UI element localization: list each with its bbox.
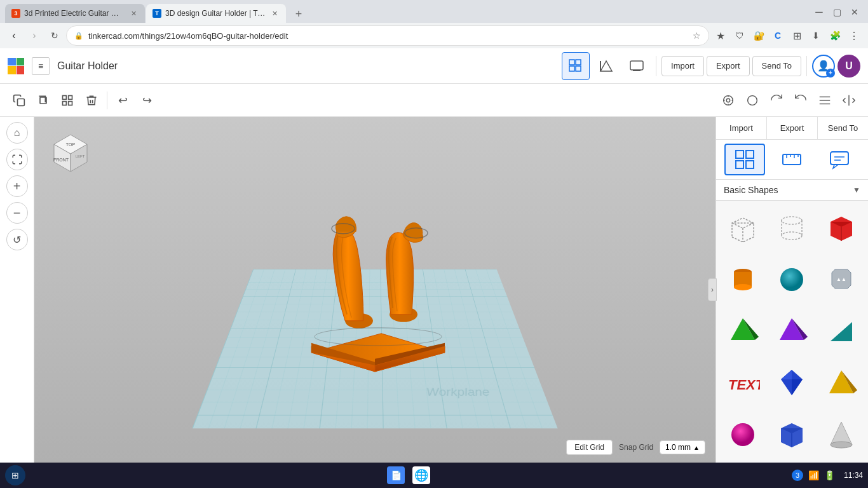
tab-2-close[interactable]: ✕ (269, 8, 280, 18)
shape-box-hole[interactable] (719, 204, 766, 251)
tab-1-close[interactable]: ✕ (128, 8, 139, 18)
svg-text:▲▲: ▲▲ (836, 276, 846, 282)
extensions-icon[interactable]: 🧩 (826, 27, 844, 44)
shape-gem-blue[interactable] (769, 359, 816, 406)
svg-text:FRONT: FRONT (53, 158, 69, 162)
snap-value-dropdown[interactable]: 1.0 mm ▲ (660, 440, 705, 454)
undo-button[interactable]: ↩ (111, 89, 134, 112)
wifi-indicator: 📶 (808, 470, 819, 480)
shape-box-red[interactable] (818, 204, 865, 251)
left-panel: ⌂ + − ↺ (0, 117, 34, 463)
user-avatar[interactable]: U (837, 55, 860, 78)
refresh-button[interactable]: ↻ (46, 27, 64, 44)
new-tab-button[interactable]: + (290, 5, 308, 23)
viewport[interactable]: TOP FRONT LEFT (34, 117, 715, 463)
edit-grid-button[interactable]: Edit Grid (566, 440, 613, 455)
tab-2[interactable]: T 3D design Guitar Holder | Tinker... ✕ (146, 4, 286, 23)
svg-rect-9 (69, 95, 72, 99)
grid-view-btn[interactable] (562, 52, 590, 80)
back-button[interactable]: ‹ (5, 27, 23, 44)
shield-icon[interactable]: 🛡 (731, 27, 749, 44)
download-icon[interactable]: ⬇ (807, 27, 825, 44)
group-button[interactable] (56, 89, 79, 112)
chrome-menu-icon[interactable]: ⋮ (845, 27, 863, 44)
redo-button[interactable]: ↪ (135, 89, 158, 112)
rotate-ccw-tool[interactable] (789, 89, 812, 112)
export-button[interactable]: Export (707, 56, 750, 76)
svg-rect-42 (746, 151, 754, 158)
svg-point-57 (782, 217, 802, 224)
shapes-dropdown-icon[interactable]: ▼ (853, 186, 860, 194)
panel-import-button[interactable]: Import (716, 117, 767, 139)
grid-icon[interactable]: ⊞ (788, 27, 806, 44)
shape-text-block[interactable]: TEXT (719, 359, 766, 406)
mirror-tool[interactable] (837, 89, 860, 112)
simulate-view-btn[interactable] (623, 52, 651, 80)
shape-wedge-teal[interactable] (818, 307, 865, 354)
shape-cylinder-hole[interactable] (769, 204, 816, 251)
header-actions: Import Export Send To 👤 + U (562, 52, 860, 80)
shape-pyramid-yellow[interactable] (818, 359, 865, 406)
taskbar-chrome-app[interactable]: 🌐 (412, 466, 430, 484)
forward-button[interactable]: › (25, 27, 43, 44)
duplicate-button[interactable] (32, 89, 55, 112)
tab-1[interactable]: 3 3d Printed Electric Guitar Wall M... ✕ (5, 4, 145, 23)
shape-sphere-pink[interactable] (719, 410, 766, 458)
project-menu-icon[interactable]: ≡ (32, 57, 50, 75)
orbit-btn[interactable]: ↺ (6, 229, 28, 250)
tab-1-favicon: 3 (11, 9, 20, 18)
svg-point-86 (831, 442, 852, 448)
taskbar-docs-app[interactable]: 📄 (387, 466, 405, 484)
collapse-panel-button[interactable]: › (708, 278, 717, 301)
svg-text:LEFT: LEFT (76, 154, 85, 158)
tab-bar: 3 3d Printed Electric Guitar Wall M... ✕… (0, 0, 868, 23)
grid-view-mode-btn[interactable] (724, 144, 765, 175)
home-view-btn[interactable]: ⌂ (6, 122, 28, 144)
panel-send-to-button[interactable]: Send To (818, 117, 868, 139)
add-user-btn[interactable]: 👤 + (812, 55, 835, 78)
project-name: Guitar Holder (57, 60, 118, 72)
svg-rect-43 (736, 161, 743, 168)
panel-export-button[interactable]: Export (767, 117, 818, 139)
snap-grid-label: Snap Grid (619, 443, 653, 452)
shape-pyramid-purple[interactable] (769, 307, 816, 354)
svg-marker-78 (792, 379, 803, 395)
light-tool[interactable] (741, 89, 764, 112)
svg-point-67 (780, 268, 803, 291)
tinkercad-logo[interactable] (8, 58, 24, 74)
comment-view-mode-btn[interactable] (819, 144, 860, 175)
zoom-out-btn[interactable]: − (6, 202, 28, 224)
camera-tool[interactable] (717, 89, 740, 112)
close-window-button[interactable]: ✕ (846, 4, 863, 20)
minimize-button[interactable]: ─ (811, 4, 827, 20)
rotate-cw-tool[interactable] (765, 89, 788, 112)
chrome-ext-icon[interactable]: C (769, 27, 787, 44)
shape-cone-white[interactable] (818, 410, 865, 458)
delete-button[interactable] (80, 89, 103, 112)
align-tool[interactable] (813, 89, 836, 112)
maximize-button[interactable]: ▢ (829, 4, 845, 20)
zoom-in-btn[interactable]: + (6, 175, 28, 197)
bookmark-icon[interactable]: ☆ (693, 30, 701, 41)
fit-view-btn[interactable] (6, 149, 28, 170)
shape-cylinder-orange[interactable] (719, 255, 766, 302)
send-to-button[interactable]: Send To (752, 56, 801, 76)
view-cube[interactable]: TOP FRONT LEFT (44, 127, 97, 179)
shape-box-blue[interactable] (769, 410, 816, 458)
svg-rect-11 (63, 101, 67, 105)
copy-button[interactable] (8, 89, 31, 112)
svg-rect-44 (746, 161, 754, 168)
star-icon[interactable]: ★ (712, 27, 729, 44)
import-button[interactable]: Import (661, 56, 704, 76)
build-view-btn[interactable] (592, 52, 620, 80)
shape-sphere-teal[interactable] (769, 255, 816, 302)
taskbar-start-button[interactable]: ⊞ (5, 465, 25, 485)
svg-rect-50 (831, 152, 848, 165)
url-bar[interactable]: 🔒 tinkercad.com/things/21ow4om6qBO-guita… (66, 25, 709, 46)
shape-pyramid-green[interactable] (719, 307, 766, 354)
vpn-icon[interactable]: 🔐 (750, 27, 768, 44)
simulate-view-icon (629, 58, 644, 74)
svg-rect-3 (576, 66, 581, 71)
ruler-view-mode-btn[interactable] (771, 144, 812, 175)
shape-node[interactable]: ▲▲ (818, 255, 865, 302)
